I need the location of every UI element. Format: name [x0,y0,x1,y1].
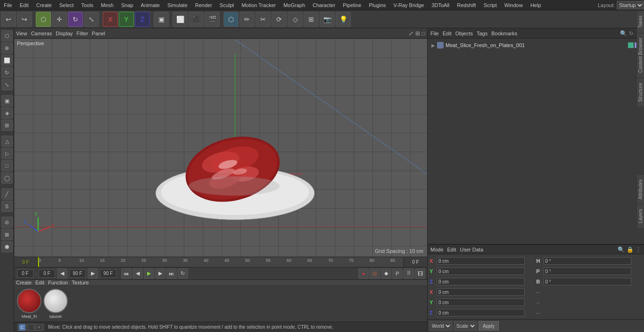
timeline-track[interactable]: 0 5 10 15 20 25 30 35 40 45 50 55 [38,257,404,267]
obj-refresh-icon[interactable]: ↻ [629,30,634,37]
left-tool-9[interactable]: △ [1,136,13,147]
obj-menu-file[interactable]: File [430,31,439,36]
step-back-btn[interactable]: ◀ [132,268,143,279]
rotate-tool-button[interactable]: ↻ [68,12,83,27]
vp-menu-filter[interactable]: Filter [76,31,88,36]
axis-z-button[interactable]: Z [135,12,150,27]
y-pos-input[interactable] [437,267,525,275]
layout-select[interactable]: Startup [617,1,644,9]
menu-vray[interactable]: V-Ray Bridge [390,1,428,9]
menu-3dtoall[interactable]: 3DToAll [428,1,453,9]
redo-button[interactable]: ↪ [17,12,32,27]
menu-script[interactable]: Script [480,1,501,9]
left-tool-13[interactable]: ╱ [1,188,13,200]
scale-tool-button[interactable]: ⤡ [84,12,99,27]
start-frame-input[interactable] [17,269,33,278]
vp-menu-view[interactable]: View [16,31,27,36]
attr-menu-edit[interactable]: Edit [447,247,456,252]
left-tool-8[interactable]: ⊞ [1,120,13,131]
shape-tool-button[interactable]: ◇ [288,12,303,27]
loop-tool-button[interactable]: ⟳ [272,12,287,27]
material-item-meat[interactable]: Meat_fri [17,289,41,319]
preview-start-input[interactable] [39,269,55,278]
menu-simulate[interactable]: Simulate [164,1,191,9]
vp-menu-panel[interactable]: Panel [92,31,105,36]
render-region-button[interactable]: ⬜ [173,12,188,27]
menu-render[interactable]: Render [191,1,216,9]
attr-more-icon[interactable]: ⋮ [636,246,641,253]
go-to-end-btn[interactable]: ⏭ [166,268,177,279]
left-tool-11[interactable]: □ [1,160,13,171]
dots-btn[interactable]: ⠿ [404,268,414,279]
render-view-button[interactable]: ⬛ [189,12,204,27]
left-tool-4[interactable]: ↻ [1,67,13,78]
increment-frame-btn[interactable]: ▶ [88,268,98,279]
loop-btn[interactable]: ↻ [178,268,188,279]
key-btn[interactable]: ◆ [381,268,391,279]
mat-menu-create[interactable]: Create [16,280,32,285]
menu-character[interactable]: Character [309,1,339,9]
obj-menu-objects[interactable]: Objects [455,31,473,36]
menu-edit[interactable]: Edit [16,1,33,9]
decrement-frame-btn[interactable]: ◀ [57,268,67,279]
select-tool-button[interactable]: ⬡ [36,12,51,27]
menu-snap[interactable]: Snap [117,1,137,9]
h-input[interactable] [544,257,632,265]
move-tool-button[interactable]: ✛ [52,12,67,27]
object-row-main[interactable]: ▶ Meat_Slice_Fresh_on_Plates_001 [429,40,642,50]
viewport-canvas[interactable]: Perspective [14,39,427,257]
menu-create[interactable]: Create [33,1,56,9]
left-tool-10[interactable]: ▷ [1,148,13,159]
left-tool-5[interactable]: ⤡ [1,79,13,90]
sy-input[interactable] [437,299,525,306]
menu-redshift[interactable]: Redshift [453,1,479,9]
z-pos-input[interactable] [437,278,525,285]
preview-end-input[interactable] [69,269,86,278]
motion-btn[interactable]: P [392,268,403,279]
film-btn[interactable]: 🎞 [415,268,425,279]
mat-menu-function[interactable]: Function [48,280,68,285]
go-to-start-btn[interactable]: ⏮ [121,268,132,279]
menu-animate[interactable]: Animate [137,1,164,9]
move-view-button[interactable]: ⬡ [223,12,239,27]
tab-layers[interactable]: Layers [637,204,644,228]
grid-tool-button[interactable]: ⊞ [304,12,319,27]
left-tool-12[interactable]: ◯ [1,172,13,184]
viewport-fullscreen-icon[interactable]: □ [422,30,425,37]
attr-menu-userdata[interactable]: User Data [460,247,484,252]
attr-lock-icon[interactable]: 🔒 [627,246,634,253]
left-tool-7[interactable]: ◈ [1,107,13,119]
obj-menu-tags[interactable]: Tags [477,31,487,36]
tab-content-browser[interactable]: Content Browser [637,32,644,77]
menu-tools[interactable]: Tools [77,1,97,9]
timeline-ruler[interactable]: 0 F 0 5 10 15 20 25 30 35 [14,257,427,267]
tag-1[interactable] [628,42,634,48]
tab-takes[interactable]: Takes [637,10,644,32]
vp-menu-display[interactable]: Display [56,31,73,36]
x-pos-input[interactable] [437,257,525,265]
menu-file[interactable]: File [0,1,16,9]
mat-menu-texture[interactable]: Texture [72,280,89,285]
pen-tool-button[interactable]: ✏ [239,12,255,27]
undo-button[interactable]: ↩ [1,12,16,27]
sz-input[interactable] [437,309,525,316]
menu-select[interactable]: Select [56,1,78,9]
obj-search-icon[interactable]: 🔍 [620,30,627,37]
obj-menu-edit[interactable]: Edit [443,31,452,36]
light-tool-button[interactable]: 💡 [336,12,351,27]
left-tool-2[interactable]: ⊕ [1,42,13,54]
menu-mesh[interactable]: Mesh [97,1,117,9]
axis-y-button[interactable]: Y [119,12,134,27]
knife-tool-button[interactable]: ✂ [256,12,271,27]
mat-menu-edit[interactable]: Edit [35,280,44,285]
scale-select[interactable]: Scale [454,321,477,331]
left-tool-17[interactable]: ⬟ [1,241,13,252]
world-select[interactable]: World [429,321,452,331]
render-picture-button[interactable]: 🎬 [205,12,220,27]
play-btn[interactable]: ▶ [144,268,154,279]
p-input[interactable] [544,267,632,275]
b-input[interactable] [544,278,632,285]
auto-key-btn[interactable]: ◎ [370,268,380,279]
vp-menu-cameras[interactable]: Cameras [31,31,52,36]
menu-mograph[interactable]: MoGraph [280,1,309,9]
